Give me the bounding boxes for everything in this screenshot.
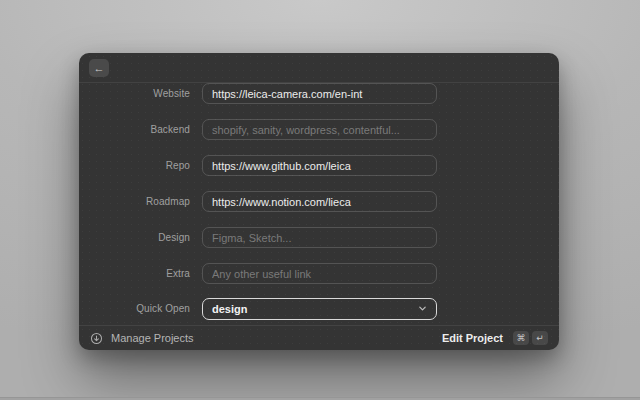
footer-left: Manage Projects <box>90 332 194 345</box>
form-row-website: Website <box>79 83 559 104</box>
edit-project-button[interactable]: Edit Project <box>442 332 503 344</box>
footer-actionbar: Manage Projects Edit Project ⌘ ↵ <box>79 325 559 350</box>
titlebar: ← <box>79 53 559 83</box>
return-key-icon: ↵ <box>532 331 548 345</box>
field-label-design: Design <box>79 232 202 243</box>
back-arrow-icon: ← <box>94 62 105 74</box>
quick-open-selected-value: design <box>212 303 247 315</box>
cmd-key-icon: ⌘ <box>513 331 529 345</box>
repo-input[interactable] <box>202 155 437 176</box>
field-label-quick-open: Quick Open <box>79 303 202 314</box>
field-label-extra: Extra <box>79 268 202 279</box>
command-title: Manage Projects <box>111 332 194 344</box>
design-input[interactable] <box>202 227 437 248</box>
dialog-window: ← Website Backend Repo Roadmap Design Ex… <box>79 53 559 350</box>
roadmap-input[interactable] <box>202 191 437 212</box>
extra-input[interactable] <box>202 263 437 284</box>
form-row-repo: Repo <box>79 155 559 176</box>
form-row-extra: Extra <box>79 263 559 284</box>
field-label-backend: Backend <box>79 124 202 135</box>
chevron-down-icon <box>418 304 427 313</box>
form-row-backend: Backend <box>79 119 559 140</box>
quick-open-select[interactable]: design <box>202 298 437 320</box>
form: Website Backend Repo Roadmap Design Extr… <box>79 83 559 325</box>
footer-right: Edit Project ⌘ ↵ <box>442 331 548 345</box>
form-row-roadmap: Roadmap <box>79 191 559 212</box>
form-row-quick-open: Quick Open design <box>79 298 559 319</box>
back-button[interactable]: ← <box>89 59 109 77</box>
website-input[interactable] <box>202 83 437 104</box>
field-label-roadmap: Roadmap <box>79 196 202 207</box>
backend-input[interactable] <box>202 119 437 140</box>
field-label-website: Website <box>79 88 202 99</box>
field-label-repo: Repo <box>79 160 202 171</box>
command-circle-arrow-icon <box>90 332 103 345</box>
form-row-design: Design <box>79 227 559 248</box>
